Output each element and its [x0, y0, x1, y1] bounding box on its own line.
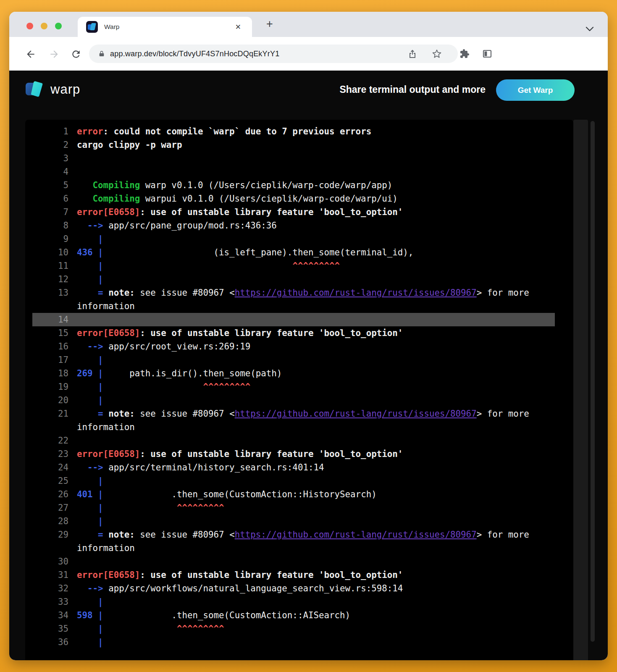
forward-button[interactable] — [49, 49, 59, 59]
text-segment: : use of unstable library feature 'bool_… — [140, 449, 403, 459]
text-segment: | — [98, 261, 103, 271]
terminal-block: 1error: could not compile `warp` due to … — [25, 120, 573, 660]
line-content: error[E0658]: use of unstable library fe… — [77, 326, 403, 340]
text-segment — [77, 409, 98, 419]
text-segment: | — [98, 637, 103, 647]
line-content: --> app/src/terminal/history_search.rs:4… — [77, 461, 324, 474]
issue-link[interactable]: https://github.com/rust-lang/rust/issues… — [235, 530, 477, 540]
text-segment: error[E0658] — [77, 328, 140, 338]
terminal-row: information — [32, 541, 555, 555]
line-content: = note: see issue #80967 <https://github… — [77, 528, 529, 541]
line-content: | ^^^^^^^^^ — [77, 380, 250, 394]
terminal-row: 25 | — [32, 474, 555, 488]
line-number: 13 — [32, 286, 68, 299]
chevron-down-icon[interactable] — [585, 26, 594, 32]
back-button[interactable] — [25, 49, 35, 59]
text-segment — [77, 476, 98, 486]
line-number: 36 — [32, 635, 68, 649]
line-content: --> app/src/root_view.rs:269:19 — [77, 340, 250, 353]
line-content: 401 | .then_some(CustomAction::HistorySe… — [77, 488, 377, 501]
terminal-row: 16 --> app/src/root_view.rs:269:19 — [32, 340, 555, 353]
issue-link[interactable]: https://github.com/rust-lang/rust/issues… — [235, 409, 477, 419]
terminal-row: 20 | — [32, 394, 555, 407]
text-segment: 269 — [77, 368, 93, 378]
line-number: 34 — [32, 609, 68, 622]
new-tab-button[interactable]: + — [266, 18, 273, 31]
minimize-window-button[interactable] — [41, 23, 47, 29]
terminal-row: 15error[E0658]: use of unstable library … — [32, 326, 555, 340]
line-content: 269 | path.is_dir().then_some(path) — [77, 367, 282, 380]
warp-favicon-icon — [86, 21, 98, 33]
address-bar[interactable]: app.warp.dev/block/TdvyUF4S7nHocDQqEkYrY… — [89, 45, 458, 63]
text-segment — [77, 194, 93, 204]
terminal-row: 32 --> app/src/workflows/natural_languag… — [32, 582, 555, 595]
text-segment: error — [77, 126, 103, 136]
text-segment: | — [98, 355, 103, 365]
terminal-row: 33 | — [32, 595, 555, 609]
line-number: 4 — [32, 165, 68, 178]
maximize-window-button[interactable] — [55, 23, 62, 29]
issue-link[interactable]: https://github.com/rust-lang/rust/issues… — [235, 288, 477, 298]
text-segment: see issue #80967 < — [135, 530, 235, 540]
text-segment: | — [98, 476, 103, 486]
browser-toolbar: app.warp.dev/block/TdvyUF4S7nHocDQqEkYrY… — [9, 37, 608, 71]
text-segment: --> — [87, 220, 103, 231]
lock-icon[interactable] — [98, 50, 105, 58]
terminal-row: 29 = note: see issue #80967 <https://git… — [32, 528, 555, 541]
page-scrollbar[interactable] — [591, 121, 595, 642]
warp-logo-icon[interactable] — [25, 80, 45, 98]
terminal-row: 26401 | .then_some(CustomAction::History… — [32, 488, 555, 501]
text-segment: error[E0658] — [77, 207, 140, 217]
terminal-scrollbar[interactable] — [573, 120, 588, 660]
get-warp-button[interactable]: Get Warp — [496, 79, 575, 101]
text-segment: ^^^^^^^^^ — [203, 382, 251, 392]
text-segment — [103, 288, 109, 298]
side-panel-icon[interactable] — [482, 49, 492, 59]
text-segment — [103, 624, 177, 634]
text-segment — [77, 288, 98, 298]
text-segment: | — [98, 597, 103, 607]
warp-header: warp Share terminal output and more Get … — [9, 71, 608, 110]
tab-close-icon[interactable]: ✕ — [235, 23, 241, 32]
reload-button[interactable] — [71, 49, 81, 59]
text-segment: 598 — [77, 610, 93, 620]
text-segment: see issue #80967 < — [135, 409, 235, 419]
line-number: 11 — [32, 259, 68, 273]
share-icon[interactable] — [407, 49, 417, 59]
line-content: Compiling warp v0.1.0 (/Users/cieplik/wa… — [77, 178, 392, 192]
bookmark-star-icon[interactable] — [432, 49, 442, 59]
line-number: 35 — [32, 622, 68, 635]
line-number: 15 — [32, 326, 68, 340]
text-segment: | — [98, 624, 103, 634]
text-segment — [93, 610, 98, 620]
terminal-row: 1error: could not compile `warp` due to … — [32, 125, 555, 138]
text-segment: ^^^^^^^^^ — [292, 261, 340, 271]
tagline-text: Share terminal output and more — [339, 84, 486, 95]
line-number: 20 — [32, 394, 68, 407]
terminal-row: 36 | — [32, 635, 555, 649]
text-segment — [103, 261, 293, 271]
terminal-row: 28 | — [32, 514, 555, 528]
line-content: Compiling warpui v0.1.0 (/Users/cieplik/… — [77, 192, 398, 205]
text-segment: : use of unstable library feature 'bool_… — [140, 328, 403, 338]
text-segment: = — [98, 288, 103, 298]
text-segment: cargo clippy -p warp — [77, 140, 182, 150]
terminal-row: 22 — [32, 434, 555, 447]
line-number: 24 — [32, 461, 68, 474]
text-segment: 401 — [77, 489, 93, 499]
text-segment: information — [77, 543, 135, 553]
tab-title: Warp — [104, 23, 119, 31]
browser-tab[interactable]: Warp ✕ — [78, 17, 252, 37]
line-number: 6 — [32, 192, 68, 205]
text-segment — [103, 503, 177, 513]
line-content: | ^^^^^^^^^ — [77, 259, 340, 273]
extensions-puzzle-icon[interactable] — [459, 49, 470, 59]
text-segment: see issue #80967 < — [135, 288, 235, 298]
text-segment: ^^^^^^^^^ — [177, 503, 224, 513]
close-window-button[interactable] — [26, 23, 33, 29]
text-segment: --> — [87, 462, 103, 472]
text-segment — [77, 583, 87, 593]
text-segment — [93, 489, 98, 499]
line-content: | ^^^^^^^^^ — [77, 501, 224, 514]
line-content: | — [77, 635, 103, 649]
